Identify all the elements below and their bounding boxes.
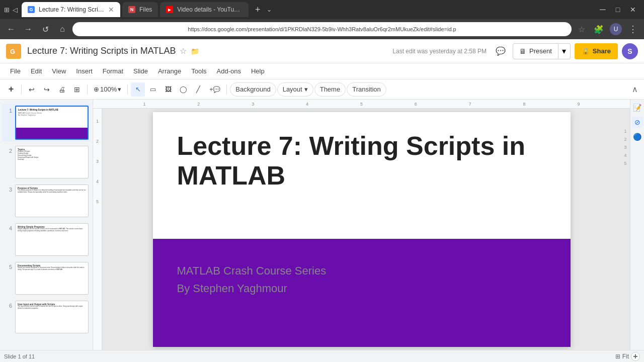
collapse-toolbar-button[interactable]: ∧ <box>630 84 640 95</box>
paint-format-button[interactable]: ⊞ <box>70 82 84 97</box>
tab-dropdown-button[interactable]: ⌄ <box>267 6 272 13</box>
transition-button[interactable]: Transition <box>347 82 386 97</box>
slide-thumb-2: Topics Purpose of ScriptsCreating Script… <box>15 146 89 178</box>
home-button[interactable]: ⌂ <box>55 22 69 36</box>
slide-number-1: 1 <box>4 106 12 114</box>
right-panel-icon-1[interactable]: 📝 <box>633 104 641 112</box>
theme-button[interactable]: Theme <box>314 82 346 97</box>
shape-mode-button[interactable]: ◯ <box>176 82 190 97</box>
ruler-mark: 4 <box>306 102 308 107</box>
menu-view[interactable]: View <box>48 65 70 77</box>
ruler-mark: 5 <box>360 102 363 107</box>
minimize-button[interactable]: ─ <box>596 3 610 17</box>
forward-button[interactable]: → <box>21 22 35 36</box>
right-panel-icon-3[interactable]: 🔵 <box>633 133 641 141</box>
back-button[interactable]: ← <box>4 22 18 36</box>
toolbar-sep-1 <box>21 84 22 95</box>
browser-toolbar: ← → ↺ ⌂ https://docs.google.com/presenta… <box>0 19 644 39</box>
files-tab-label: Files <box>139 6 152 13</box>
slides-tab-close[interactable]: ✕ <box>108 6 114 14</box>
thumb-content-6: The input function can be used to reques… <box>18 306 86 310</box>
redo-button[interactable]: ↪ <box>40 82 54 97</box>
folder-icon[interactable]: 📁 <box>191 47 199 55</box>
main-area: 1 Lecture 7: Writing Scripts in MATLAB M… <box>0 100 644 350</box>
share-label: Share <box>593 47 611 55</box>
fit-zoom-button[interactable]: Fit <box>622 353 629 360</box>
doc-title: Lecture 7: Writing Scripts in MATLAB <box>27 46 176 56</box>
slide-thumbnail-3[interactable]: 3 Purpose of Scripts The primary purpose… <box>2 183 91 219</box>
select-mode-button[interactable]: ▭ <box>146 82 160 97</box>
user-avatar[interactable]: S <box>622 43 638 59</box>
menu-slide[interactable]: Slide <box>129 65 152 77</box>
star-icon[interactable]: ☆ <box>180 46 187 56</box>
window-control-tile[interactable]: ⊞ <box>4 6 10 14</box>
menu-edit[interactable]: Edit <box>27 65 46 77</box>
extensions-button[interactable]: 🧩 <box>592 22 606 36</box>
menu-insert[interactable]: Insert <box>72 65 97 77</box>
last-edit-label: Last edit was yesterday at 2:58 PM <box>392 48 487 55</box>
image-mode-button[interactable]: 🖼 <box>161 82 175 97</box>
menu-tools[interactable]: Tools <box>187 65 210 77</box>
profile-button[interactable]: U <box>609 22 623 36</box>
youtube-tab-favicon: ▶ <box>166 6 173 13</box>
slide-thumbnail-2[interactable]: 2 Topics Purpose of ScriptsCreating Scri… <box>2 144 91 180</box>
ruler-mark: 7 <box>469 102 471 107</box>
zoom-control[interactable]: ⊕ 100% ▾ <box>91 85 124 93</box>
background-button[interactable]: Background <box>230 82 276 97</box>
ruler-mark: 9 <box>577 102 580 107</box>
zoom-in-button[interactable]: + <box>631 352 640 361</box>
lock-icon: 🔒 <box>582 47 590 55</box>
user-avatar-chrome: U <box>610 23 622 35</box>
vertical-ruler: 1 2 3 4 5 <box>93 109 102 350</box>
line-mode-button[interactable]: ╱ <box>191 82 205 97</box>
v-ruler-1: 1 <box>96 119 99 124</box>
slide-number-6: 6 <box>4 301 12 309</box>
close-window-button[interactable]: ✕ <box>626 3 640 17</box>
slide-thumbnail-5[interactable]: 5 Documenting Scripts Scripts can includ… <box>2 260 91 297</box>
menu-format[interactable]: Format <box>99 65 127 77</box>
ruler-mark: 8 <box>523 102 526 107</box>
slide-thumbnail-6[interactable]: 6 User Input and Output with Scripts The… <box>2 299 91 335</box>
slide-nav-markers: 1 2 3 4 5 <box>621 109 630 350</box>
slide-thumbnail-4[interactable]: 4 Writing Simple Programs Simple program… <box>2 221 91 258</box>
thumb-bar-1 <box>16 128 88 139</box>
slides-logo-svg: G <box>9 46 19 56</box>
layout-button[interactable]: Layout ▾ <box>277 82 313 97</box>
right-panel-icon-2[interactable]: ⊘ <box>632 117 643 128</box>
address-bar[interactable]: https://docs.google.com/presentation/d/1… <box>72 22 572 36</box>
menu-addons[interactable]: Add-ons <box>213 65 245 77</box>
canvas-with-ruler: 1 2 3 4 5 Lecture 7: Writing Scripts inM… <box>93 109 630 350</box>
grid-view-button[interactable]: ⊞ <box>615 353 620 360</box>
new-tab-button[interactable]: + <box>251 3 265 17</box>
present-dropdown-button[interactable]: ▾ <box>558 43 571 59</box>
bookmark-button[interactable]: ☆ <box>575 22 589 36</box>
cursor-mode-button[interactable]: ↖ <box>131 82 145 97</box>
menu-arrange[interactable]: Arrange <box>154 65 185 77</box>
refresh-button[interactable]: ↺ <box>38 22 52 36</box>
comment-mode-button[interactable]: +💬 <box>206 82 223 97</box>
slide-number-4: 4 <box>4 223 12 231</box>
menu-file[interactable]: File <box>6 65 25 77</box>
window-prev-tab[interactable]: ◁ <box>13 6 18 14</box>
menu-help[interactable]: Help <box>247 65 269 77</box>
share-button[interactable]: 🔒 Share <box>575 43 618 59</box>
undo-button[interactable]: ↩ <box>25 82 39 97</box>
add-slide-button[interactable]: + <box>4 82 18 97</box>
maximize-button[interactable]: □ <box>611 3 625 17</box>
app-header: G Lecture 7: Writing Scripts in MATLAB ☆… <box>0 39 644 63</box>
present-button[interactable]: 🖥 Present <box>513 43 558 59</box>
slide-thumbnail-1[interactable]: 1 Lecture 7: Writing Scripts in MATLAB M… <box>2 104 91 142</box>
browser-tab-youtube[interactable]: ▶ Video details - YouTube Stu... <box>160 2 249 17</box>
browser-tab-bar: ⊞ ◁ G Lecture 7: Writing Scrip... ✕ N Fi… <box>0 0 644 19</box>
thumb-content-3: The primary purpose of scripts is to all… <box>18 190 86 194</box>
slide-main-title: Lecture 7: Writing Scripts inMATLAB <box>177 131 546 192</box>
browser-tab-slides[interactable]: G Lecture 7: Writing Scrip... ✕ <box>22 2 120 17</box>
browser-tab-files[interactable]: N Files <box>122 2 158 17</box>
slide-canvas[interactable]: Lecture 7: Writing Scripts inMATLAB MATL… <box>153 112 571 347</box>
ruler-mark: 6 <box>415 102 417 107</box>
print-button[interactable]: 🖨 <box>55 82 69 97</box>
nav-marker-1: 1 <box>624 129 626 134</box>
comments-button[interactable]: 💬 <box>493 43 509 59</box>
google-slides-logo: G <box>6 44 21 59</box>
more-options-button[interactable]: ⋮ <box>626 22 640 36</box>
